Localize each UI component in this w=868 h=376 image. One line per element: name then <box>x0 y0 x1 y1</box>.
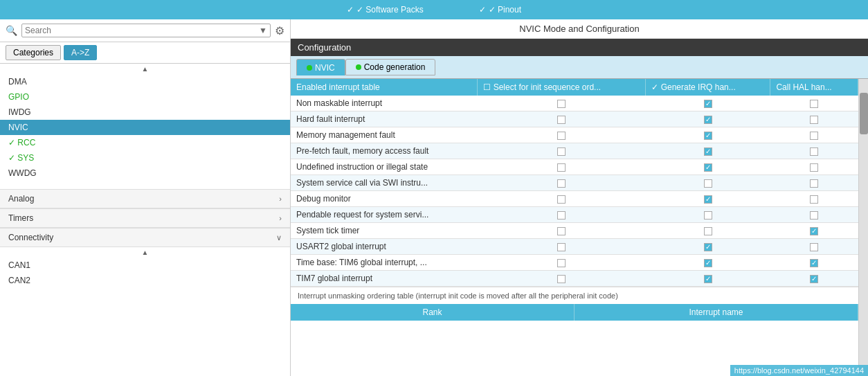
checkbox-cell[interactable] <box>770 159 858 175</box>
checkbox-cell[interactable] <box>478 96 646 111</box>
checkbox-cell[interactable] <box>646 223 770 239</box>
checkbox[interactable] <box>704 163 712 172</box>
sidebar-item-dma[interactable]: DMA <box>0 74 290 89</box>
sidebar-item-sys[interactable]: ✓ SYS <box>0 150 290 165</box>
checkbox-cell[interactable] <box>478 191 646 207</box>
tab-nvic[interactable]: NVIC <box>296 59 345 75</box>
checkbox[interactable] <box>704 195 712 204</box>
checkbox[interactable] <box>557 116 566 124</box>
checkbox-cell[interactable] <box>478 159 646 175</box>
checkbox[interactable] <box>810 195 818 204</box>
checkbox-cell[interactable] <box>646 159 770 175</box>
checkbox[interactable] <box>704 259 712 267</box>
checkbox[interactable] <box>557 100 566 108</box>
checkbox-cell[interactable] <box>770 96 858 111</box>
checkbox-cell[interactable] <box>770 207 858 223</box>
checkbox[interactable] <box>557 275 566 283</box>
checkbox[interactable] <box>810 179 818 188</box>
checkbox-cell[interactable] <box>770 239 858 255</box>
checkbox[interactable] <box>557 195 566 204</box>
checkbox-cell[interactable] <box>478 239 646 255</box>
tab-atoz[interactable]: A->Z <box>64 45 97 60</box>
checkbox-cell[interactable] <box>478 255 646 271</box>
checkbox-cell[interactable] <box>478 271 646 287</box>
tab-categories[interactable]: Categories <box>6 45 61 60</box>
scroll-up-arrow[interactable]: ▲ <box>0 64 290 74</box>
checkbox-cell[interactable] <box>478 207 646 223</box>
scrollbar-thumb[interactable] <box>860 93 868 134</box>
checkbox[interactable] <box>810 132 818 140</box>
checkbox[interactable] <box>557 147 566 156</box>
checkbox-cell[interactable] <box>646 207 770 223</box>
checkbox[interactable] <box>810 243 818 251</box>
checkbox[interactable] <box>557 259 566 267</box>
checkbox[interactable] <box>704 179 712 188</box>
checkbox[interactable] <box>704 132 712 140</box>
sidebar-item-gpio[interactable]: GPIO <box>0 89 290 105</box>
tab-code-generation[interactable]: Code generation <box>345 59 436 75</box>
checkbox[interactable] <box>810 211 818 220</box>
checkbox[interactable] <box>704 243 712 251</box>
checkbox[interactable] <box>810 163 818 172</box>
sidebar-section-connectivity[interactable]: Connectivity ∨ <box>0 228 290 247</box>
checkbox-cell[interactable] <box>646 127 770 143</box>
software-packs-btn[interactable]: ✓ ✓ Software Packs <box>347 5 424 15</box>
checkbox-cell[interactable] <box>478 111 646 127</box>
gear-icon[interactable]: ⚙ <box>275 24 284 37</box>
checkbox-cell[interactable] <box>478 127 646 143</box>
search-input[interactable] <box>25 26 259 35</box>
checkbox-cell[interactable] <box>770 175 858 191</box>
chevron-down-icon: ∨ <box>276 233 282 242</box>
checkbox[interactable] <box>810 227 818 235</box>
checkbox[interactable] <box>704 227 712 235</box>
checkbox[interactable] <box>557 243 566 251</box>
checkbox-cell[interactable] <box>770 191 858 207</box>
checkbox[interactable] <box>557 179 566 188</box>
checkbox-cell[interactable] <box>478 175 646 191</box>
checkbox[interactable] <box>810 116 818 124</box>
checkbox[interactable] <box>557 132 566 140</box>
checkbox-cell[interactable] <box>770 127 858 143</box>
checkbox-cell[interactable] <box>646 255 770 271</box>
checkbox-cell[interactable] <box>478 223 646 239</box>
checkbox[interactable] <box>704 147 712 156</box>
sidebar-section-analog[interactable]: Analog › <box>0 189 290 208</box>
checkbox[interactable] <box>704 275 712 283</box>
checkbox-cell[interactable] <box>646 96 770 111</box>
checkbox[interactable] <box>810 147 818 156</box>
right-scrollbar[interactable] <box>858 79 868 376</box>
pinout-btn[interactable]: ✓ ✓ Pinout <box>479 5 521 15</box>
checkbox[interactable] <box>704 211 712 220</box>
sidebar-item-rcc[interactable]: ✓ RCC <box>0 135 290 150</box>
checkbox[interactable] <box>557 211 566 220</box>
checkbox[interactable] <box>704 100 712 108</box>
checkbox-cell[interactable] <box>646 175 770 191</box>
sidebar-section-timers[interactable]: Timers › <box>0 208 290 228</box>
scroll-down-arrow[interactable]: ▲ <box>0 247 290 258</box>
checkbox-cell[interactable] <box>646 111 770 127</box>
sidebar-item-can2[interactable]: CAN2 <box>0 273 290 288</box>
checkbox-cell[interactable] <box>770 255 858 271</box>
checkbox-cell[interactable] <box>646 143 770 159</box>
checkbox-cell[interactable] <box>770 111 858 127</box>
checkbox-cell[interactable] <box>646 191 770 207</box>
sidebar-item-nvic[interactable]: NVIC <box>0 120 290 135</box>
checkbox-cell[interactable] <box>478 143 646 159</box>
checkbox[interactable] <box>704 116 712 124</box>
sidebar-item-wwdg[interactable]: WWDG <box>0 165 290 181</box>
checkbox-cell[interactable] <box>770 271 858 287</box>
checkbox-cell[interactable] <box>646 239 770 255</box>
checkbox[interactable] <box>557 227 566 235</box>
checkbox[interactable] <box>810 259 818 267</box>
checkbox-cell[interactable]: ↑ <box>770 223 858 239</box>
checkbox-cell[interactable] <box>770 143 858 159</box>
checkbox[interactable] <box>810 100 818 108</box>
checkbox-cell[interactable] <box>646 271 770 287</box>
sidebar-item-can1[interactable]: CAN1 <box>0 258 290 273</box>
nvic-tab-label: NVIC <box>315 63 335 73</box>
checkbox[interactable] <box>557 163 566 172</box>
sidebar-item-iwdg[interactable]: IWDG <box>0 105 290 120</box>
dropdown-arrow-icon[interactable]: ▼ <box>259 26 267 35</box>
checkbox[interactable] <box>810 275 818 283</box>
table-row: Time base: TIM6 global interrupt, ... <box>291 255 858 271</box>
